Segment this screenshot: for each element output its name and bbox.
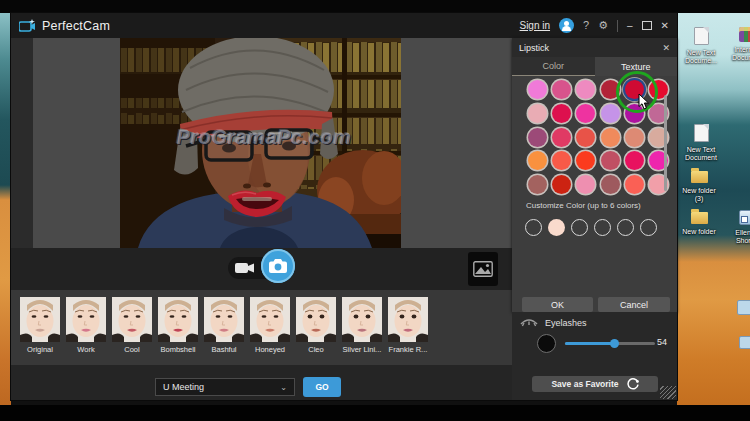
lipstick-color-swatch[interactable]: [528, 128, 547, 147]
lipstick-color-swatch[interactable]: [601, 151, 620, 170]
eyelashes-label: Eyelashes: [545, 318, 587, 328]
lipstick-color-swatch[interactable]: [576, 80, 595, 99]
favorite-snapshot-icon: [627, 378, 639, 390]
maximize-button[interactable]: [642, 21, 652, 30]
preset-bashful[interactable]: Bashful: [204, 297, 244, 365]
lipstick-color-swatch[interactable]: [528, 104, 547, 123]
eyelashes-icon: [520, 319, 538, 330]
gear-icon[interactable]: ⚙: [598, 20, 608, 31]
tab-texture[interactable]: Texture: [595, 57, 678, 76]
preset-thumbnail: [66, 297, 106, 342]
tab-color[interactable]: Color: [512, 57, 595, 76]
sign-in-link[interactable]: Sign in: [519, 20, 550, 31]
eyelash-intensity-slider[interactable]: [565, 341, 655, 346]
help-icon[interactable]: ?: [583, 20, 589, 31]
desktop-icon-partial[interactable]: [737, 300, 750, 315]
presets-strip: Original Work Cool Bombshell: [11, 290, 512, 365]
titlebar-divider: [617, 20, 618, 32]
preset-label: Work: [66, 345, 106, 354]
app-title: PerfectCam: [42, 19, 110, 33]
preset-honeyed[interactable]: Honeyed: [250, 297, 290, 365]
lipstick-color-swatch[interactable]: [625, 175, 644, 194]
folder-icon: [691, 171, 708, 183]
desktop-icon-winrar-archive[interactable]: Intern...Docum...: [729, 27, 750, 62]
window-content: ProGramaPc.com: [11, 38, 677, 400]
close-button[interactable]: ✕: [661, 21, 669, 31]
webcam-video-feed: ProGramaPc.com: [120, 38, 401, 248]
window-resize-grip[interactable]: [660, 386, 676, 399]
lipstick-color-swatch[interactable]: [601, 175, 620, 194]
preset-thumbnail: [112, 297, 152, 342]
desktop-wallpaper-left: [0, 0, 11, 421]
preset-cool[interactable]: Cool: [112, 297, 152, 365]
photo-camera-icon: [269, 259, 287, 273]
perfectcam-window: PerfectCam Sign in ? ⚙ – ✕: [11, 13, 677, 400]
lipstick-color-swatch[interactable]: [601, 80, 620, 99]
custom-color-slot[interactable]: [617, 219, 634, 236]
ok-button[interactable]: OK: [522, 297, 593, 312]
lipstick-color-swatch[interactable]: [552, 128, 571, 147]
preset-work[interactable]: Work: [66, 297, 106, 365]
shortcut-icon: [739, 210, 750, 225]
preset-thumbnail: [388, 297, 428, 342]
preset-silver-lini[interactable]: Silver Lini...: [342, 297, 382, 365]
lipstick-color-swatch[interactable]: [576, 128, 595, 147]
lipstick-color-swatch[interactable]: [528, 80, 547, 99]
custom-color-slot[interactable]: [548, 219, 565, 236]
lipstick-color-swatch[interactable]: [625, 128, 644, 147]
slider-fill: [565, 342, 614, 345]
custom-color-slot[interactable]: [640, 219, 657, 236]
desktop-icon-new-folder[interactable]: New folder: [680, 212, 718, 236]
preset-cleo[interactable]: Cleo: [296, 297, 336, 365]
lipstick-color-swatch[interactable]: [576, 151, 595, 170]
lipstick-color-swatch[interactable]: [552, 151, 571, 170]
close-icon[interactable]: ✕: [662, 43, 670, 53]
screen: New TextDocume... Intern...Docum... New …: [0, 0, 750, 421]
preset-label: Bombshell: [158, 345, 198, 354]
lipstick-color-swatch[interactable]: [528, 175, 547, 194]
custom-color-slot[interactable]: [594, 219, 611, 236]
minimize-button[interactable]: –: [627, 21, 633, 31]
lipstick-color-swatch[interactable]: [625, 151, 644, 170]
preset-frankie-r[interactable]: Frankie R...: [388, 297, 428, 365]
lipstick-color-swatch[interactable]: [625, 104, 644, 123]
go-button[interactable]: GO: [303, 377, 341, 397]
lipstick-popup: Lipstick ✕ Color Texture Customize Color…: [512, 38, 677, 312]
eyelash-color-swatch[interactable]: [537, 334, 556, 353]
preset-bombshell[interactable]: Bombshell: [158, 297, 198, 365]
member-account-icon[interactable]: [559, 18, 574, 33]
preset-label: Original: [20, 345, 60, 354]
desktop-icon-partial[interactable]: [739, 336, 750, 349]
slider-handle[interactable]: [610, 339, 619, 348]
lipstick-color-swatch[interactable]: [552, 104, 571, 123]
preset-original[interactable]: Original: [20, 297, 60, 365]
preset-label: Honeyed: [250, 345, 290, 354]
lipstick-color-swatch[interactable]: [528, 151, 547, 170]
meeting-bar: U Meeting ⌄ GO: [11, 365, 512, 400]
lipstick-color-swatch[interactable]: [576, 104, 595, 123]
desktop-icon-new-folder-3[interactable]: New folder(3): [680, 171, 718, 203]
eyelashes-section: Eyelashes 54 Save as Favorite: [512, 312, 677, 400]
desktop-icon-shortcut[interactable]: Ellen...Shor...: [731, 210, 750, 245]
lipstick-color-swatch[interactable]: [552, 175, 571, 194]
snapshot-camera-button[interactable]: [261, 249, 295, 283]
cancel-button[interactable]: Cancel: [598, 297, 670, 312]
chevron-down-icon: ⌄: [280, 383, 287, 392]
lipstick-color-swatch[interactable]: [601, 104, 620, 123]
preset-thumbnail: [296, 297, 336, 342]
meeting-app-select[interactable]: U Meeting ⌄: [155, 378, 295, 396]
titlebar: PerfectCam Sign in ? ⚙ – ✕: [11, 13, 677, 38]
lipstick-color-swatch[interactable]: [552, 80, 571, 99]
custom-color-slot[interactable]: [571, 219, 588, 236]
save-as-favorite-label: Save as Favorite: [551, 379, 618, 389]
save-as-favorite-button[interactable]: Save as Favorite: [532, 376, 658, 392]
custom-color-slot[interactable]: [525, 219, 542, 236]
lipstick-color-swatch[interactable]: [601, 128, 620, 147]
lipstick-color-swatch[interactable]: [625, 80, 644, 99]
desktop-icon-new-text-document[interactable]: New TextDocument: [682, 124, 720, 162]
swatch-scrollbar[interactable]: [664, 95, 667, 191]
desktop-icon-new-text-docume[interactable]: New TextDocume...: [682, 27, 720, 65]
video-camera-icon: [235, 262, 255, 274]
captured-media-button[interactable]: [468, 252, 498, 286]
lipstick-color-swatch[interactable]: [576, 175, 595, 194]
